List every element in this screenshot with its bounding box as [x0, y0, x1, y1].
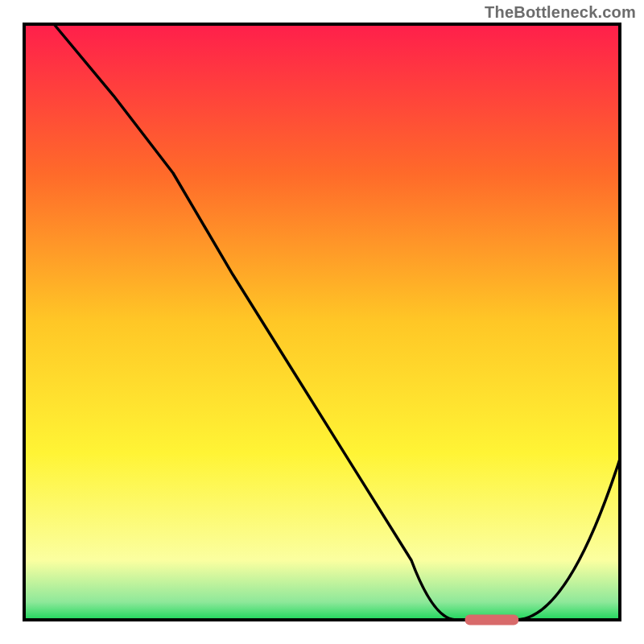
plot-background — [24, 24, 620, 620]
bottleneck-chart — [0, 0, 644, 644]
chart-container: TheBottleneck.com — [0, 0, 644, 644]
optimal-range-marker — [465, 615, 519, 625]
